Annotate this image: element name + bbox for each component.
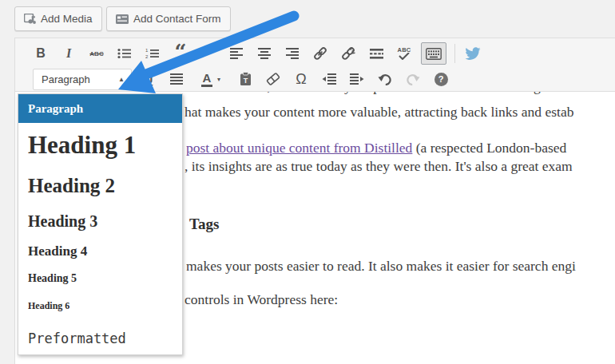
help-icon: ? bbox=[434, 73, 448, 86]
bullet-list-button[interactable] bbox=[113, 43, 136, 64]
align-justify-icon bbox=[170, 73, 183, 85]
omega-icon: Ω bbox=[296, 71, 306, 88]
format-option-preformatted[interactable]: Preformatted bbox=[18, 320, 182, 356]
twitter-share-button[interactable] bbox=[462, 43, 484, 64]
format-option-paragraph[interactable]: Paragraph bbox=[18, 94, 182, 123]
text-color-button[interactable]: A ▾ bbox=[193, 69, 228, 89]
numbered-list-icon: 12 bbox=[145, 48, 160, 59]
format-dropdown-menu: Paragraph Heading 1 Heading 2 Heading 3 … bbox=[18, 93, 183, 355]
format-option-heading3[interactable]: Heading 3 bbox=[18, 204, 182, 238]
blockquote-icon: “ bbox=[175, 48, 187, 59]
remove-link-button[interactable] bbox=[337, 43, 359, 64]
align-justify-button[interactable] bbox=[165, 69, 188, 89]
add-media-label: Add Media bbox=[41, 13, 93, 25]
content-line-with-link: post about unique content from Distilled… bbox=[186, 140, 566, 156]
format-select-value: Paragraph bbox=[42, 73, 118, 85]
help-button[interactable]: ? bbox=[430, 69, 452, 89]
bold-button[interactable]: B bbox=[30, 43, 52, 64]
bold-icon: B bbox=[36, 46, 46, 61]
unlink-icon bbox=[340, 46, 356, 61]
paste-as-text-button[interactable]: T bbox=[234, 69, 256, 89]
chevron-up-icon: ▲ bbox=[118, 76, 125, 83]
special-character-button[interactable]: Ω bbox=[290, 69, 312, 89]
keyboard-icon bbox=[426, 48, 442, 60]
indent-icon bbox=[350, 73, 364, 85]
format-option-heading4[interactable]: Heading 4 bbox=[18, 238, 182, 265]
paste-text-icon: T bbox=[239, 72, 252, 86]
strikethrough-button[interactable]: ABC bbox=[85, 43, 108, 64]
undo-icon bbox=[378, 73, 392, 85]
format-option-heading1[interactable]: Heading 1 bbox=[18, 123, 182, 168]
strikethrough-icon: ABC bbox=[89, 50, 103, 57]
spellcheck-button[interactable]: ABC bbox=[393, 43, 415, 64]
numbered-list-button[interactable]: 12 bbox=[141, 43, 164, 64]
italic-icon: I bbox=[66, 46, 71, 61]
align-left-button[interactable] bbox=[225, 43, 248, 64]
format-option-heading6[interactable]: Heading 6 bbox=[18, 292, 182, 320]
spellcheck-icon: ABC bbox=[397, 47, 411, 61]
add-media-button[interactable]: Add Media bbox=[14, 6, 102, 31]
undo-button[interactable] bbox=[374, 69, 396, 89]
content-line: makes your posts easier to read. It also… bbox=[186, 258, 576, 275]
clear-formatting-button[interactable] bbox=[262, 69, 284, 89]
read-more-button[interactable] bbox=[365, 43, 387, 64]
redo-button[interactable] bbox=[402, 69, 424, 89]
editor-toolbar: B I ABC 12 “ bbox=[14, 38, 615, 92]
svg-text:1: 1 bbox=[145, 48, 149, 53]
align-right-button[interactable] bbox=[281, 43, 304, 64]
svg-text:2: 2 bbox=[145, 54, 149, 59]
toolbar-separator bbox=[454, 44, 455, 63]
insert-link-button[interactable] bbox=[309, 43, 331, 64]
outdent-button[interactable] bbox=[318, 69, 340, 89]
add-contact-form-label: Add Contact Form bbox=[133, 13, 221, 25]
format-select[interactable]: Paragraph ▲ bbox=[33, 69, 132, 90]
align-left-icon bbox=[230, 48, 243, 59]
content-line: hat makes your content more valuable, at… bbox=[184, 104, 573, 121]
content-line: , its insights are as true today as they… bbox=[184, 158, 573, 175]
redo-icon bbox=[406, 73, 420, 85]
content-line: controls in Wordpress here: bbox=[184, 291, 338, 308]
underline-button[interactable]: U bbox=[137, 69, 160, 89]
twitter-bird-icon bbox=[465, 47, 481, 61]
outdent-icon bbox=[322, 73, 336, 85]
media-icon bbox=[24, 14, 36, 25]
indent-button[interactable] bbox=[346, 69, 368, 89]
align-center-button[interactable] bbox=[253, 43, 276, 64]
distilled-link[interactable]: post about unique content from Distilled bbox=[186, 140, 412, 156]
toolbar-toggle-button[interactable] bbox=[421, 42, 446, 65]
align-center-icon bbox=[258, 48, 271, 59]
align-right-icon bbox=[286, 48, 299, 59]
contact-form-icon bbox=[116, 14, 129, 24]
text-color-icon: A bbox=[201, 72, 212, 87]
format-option-heading5[interactable]: Heading 5 bbox=[18, 265, 182, 292]
read-more-icon bbox=[370, 49, 383, 59]
content-heading-tags: Tags bbox=[189, 216, 219, 233]
content-line-rest: (a respected London-based bbox=[412, 140, 566, 156]
eraser-icon bbox=[265, 72, 281, 86]
italic-button[interactable]: I bbox=[58, 43, 80, 64]
toolbar-row-2: Paragraph ▲ U A ▾ T Ω bbox=[15, 67, 615, 91]
editor-header-area: Add Media Add Contact Form bbox=[14, 0, 615, 38]
link-icon bbox=[312, 46, 328, 61]
toolbar-row-1: B I ABC 12 “ bbox=[15, 42, 615, 65]
underline-icon: U bbox=[145, 73, 153, 86]
svg-text:T: T bbox=[243, 77, 248, 85]
chevron-down-icon: ▾ bbox=[217, 76, 220, 83]
bullet-list-icon bbox=[117, 48, 132, 59]
blockquote-button[interactable]: “ bbox=[169, 43, 192, 64]
wordpress-editor-screenshot: Add Media Add Contact Form B I ABC 12 “ bbox=[0, 0, 615, 364]
format-option-heading2[interactable]: Heading 2 bbox=[18, 168, 182, 204]
add-contact-form-button[interactable]: Add Contact Form bbox=[106, 6, 231, 31]
